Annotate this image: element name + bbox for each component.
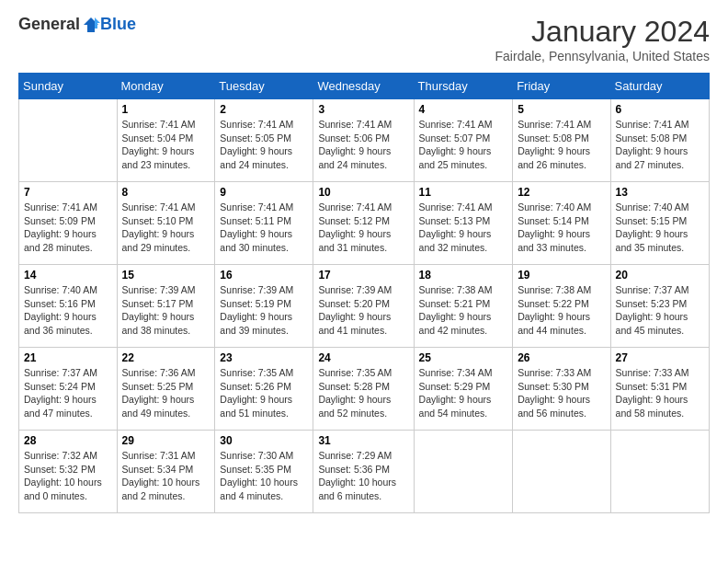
calendar-cell: 16Sunrise: 7:39 AMSunset: 5:19 PMDayligh…	[215, 265, 313, 348]
day-info: Sunrise: 7:40 AMSunset: 5:14 PMDaylight:…	[518, 201, 605, 255]
day-info: Sunrise: 7:33 AMSunset: 5:31 PMDaylight:…	[616, 366, 704, 420]
day-number: 22	[122, 351, 210, 364]
day-number: 5	[518, 103, 605, 116]
day-number: 14	[24, 269, 112, 282]
logo-icon	[82, 16, 100, 34]
day-info: Sunrise: 7:30 AMSunset: 5:35 PMDaylight:…	[220, 449, 308, 503]
calendar-cell	[610, 431, 709, 513]
calendar-cell: 26Sunrise: 7:33 AMSunset: 5:30 PMDayligh…	[513, 348, 610, 431]
week-row-3: 14Sunrise: 7:40 AMSunset: 5:16 PMDayligh…	[19, 265, 710, 348]
calendar-cell: 21Sunrise: 7:37 AMSunset: 5:24 PMDayligh…	[19, 348, 118, 431]
calendar-cell: 24Sunrise: 7:35 AMSunset: 5:28 PMDayligh…	[313, 348, 414, 431]
week-row-5: 28Sunrise: 7:32 AMSunset: 5:32 PMDayligh…	[19, 431, 710, 513]
day-info: Sunrise: 7:41 AMSunset: 5:09 PMDaylight:…	[24, 201, 112, 255]
calendar-cell: 15Sunrise: 7:39 AMSunset: 5:17 PMDayligh…	[117, 265, 215, 348]
location: Fairdale, Pennsylvania, United States	[495, 49, 710, 63]
calendar-cell: 29Sunrise: 7:31 AMSunset: 5:34 PMDayligh…	[117, 431, 215, 513]
day-number: 25	[419, 351, 508, 364]
week-row-4: 21Sunrise: 7:37 AMSunset: 5:24 PMDayligh…	[19, 348, 710, 431]
day-info: Sunrise: 7:35 AMSunset: 5:28 PMDaylight:…	[318, 366, 408, 420]
day-info: Sunrise: 7:39 AMSunset: 5:19 PMDaylight:…	[220, 283, 308, 338]
calendar-cell: 7Sunrise: 7:41 AMSunset: 5:09 PMDaylight…	[19, 182, 118, 265]
calendar-cell	[513, 431, 610, 513]
day-number: 17	[318, 269, 408, 282]
day-number: 19	[518, 269, 605, 282]
calendar-cell: 2Sunrise: 7:41 AMSunset: 5:05 PMDaylight…	[215, 99, 313, 182]
day-info: Sunrise: 7:38 AMSunset: 5:21 PMDaylight:…	[419, 283, 508, 338]
day-info: Sunrise: 7:31 AMSunset: 5:34 PMDaylight:…	[122, 449, 210, 503]
calendar-cell	[19, 99, 118, 182]
day-number: 27	[616, 351, 704, 364]
calendar-cell: 31Sunrise: 7:29 AMSunset: 5:36 PMDayligh…	[313, 431, 414, 513]
day-info: Sunrise: 7:34 AMSunset: 5:29 PMDaylight:…	[419, 366, 508, 420]
day-info: Sunrise: 7:41 AMSunset: 5:08 PMDaylight:…	[518, 118, 605, 172]
day-number: 11	[419, 186, 508, 199]
day-info: Sunrise: 7:41 AMSunset: 5:11 PMDaylight:…	[220, 201, 308, 255]
calendar-header-row: SundayMondayTuesdayWednesdayThursdayFrid…	[19, 74, 710, 99]
calendar-cell: 17Sunrise: 7:39 AMSunset: 5:20 PMDayligh…	[313, 265, 414, 348]
day-info: Sunrise: 7:35 AMSunset: 5:26 PMDaylight:…	[220, 366, 308, 420]
calendar-cell: 19Sunrise: 7:38 AMSunset: 5:22 PMDayligh…	[513, 265, 610, 348]
day-number: 31	[318, 434, 408, 447]
day-number: 8	[122, 186, 210, 199]
day-number: 30	[220, 434, 308, 447]
day-number: 12	[518, 186, 605, 199]
title-block: January 2024 Fairdale, Pennsylvania, Uni…	[495, 15, 710, 63]
calendar-table: SundayMondayTuesdayWednesdayThursdayFrid…	[18, 73, 710, 513]
day-number: 9	[220, 186, 308, 199]
week-row-2: 7Sunrise: 7:41 AMSunset: 5:09 PMDaylight…	[19, 182, 710, 265]
day-info: Sunrise: 7:41 AMSunset: 5:07 PMDaylight:…	[419, 118, 508, 172]
calendar-cell: 27Sunrise: 7:33 AMSunset: 5:31 PMDayligh…	[610, 348, 709, 431]
header-thursday: Thursday	[414, 74, 513, 99]
day-number: 24	[318, 351, 408, 364]
day-info: Sunrise: 7:41 AMSunset: 5:12 PMDaylight:…	[318, 201, 408, 255]
header-monday: Monday	[117, 74, 215, 99]
day-number: 10	[318, 186, 408, 199]
day-number: 6	[616, 103, 704, 116]
day-info: Sunrise: 7:40 AMSunset: 5:16 PMDaylight:…	[24, 283, 112, 338]
day-info: Sunrise: 7:37 AMSunset: 5:24 PMDaylight:…	[24, 366, 112, 420]
day-info: Sunrise: 7:39 AMSunset: 5:17 PMDaylight:…	[122, 283, 210, 338]
day-number: 16	[220, 269, 308, 282]
day-number: 28	[24, 434, 112, 447]
day-info: Sunrise: 7:41 AMSunset: 5:04 PMDaylight:…	[122, 118, 210, 172]
calendar-cell: 5Sunrise: 7:41 AMSunset: 5:08 PMDaylight…	[513, 99, 610, 182]
calendar-cell: 1Sunrise: 7:41 AMSunset: 5:04 PMDaylight…	[117, 99, 215, 182]
day-info: Sunrise: 7:41 AMSunset: 5:13 PMDaylight:…	[419, 201, 508, 255]
calendar-cell: 23Sunrise: 7:35 AMSunset: 5:26 PMDayligh…	[215, 348, 313, 431]
day-info: Sunrise: 7:41 AMSunset: 5:06 PMDaylight:…	[318, 118, 408, 172]
day-number: 2	[220, 103, 308, 116]
calendar-cell: 12Sunrise: 7:40 AMSunset: 5:14 PMDayligh…	[513, 182, 610, 265]
day-info: Sunrise: 7:37 AMSunset: 5:23 PMDaylight:…	[616, 283, 704, 338]
calendar-cell: 8Sunrise: 7:41 AMSunset: 5:10 PMDaylight…	[117, 182, 215, 265]
day-info: Sunrise: 7:39 AMSunset: 5:20 PMDaylight:…	[318, 283, 408, 338]
calendar-cell: 13Sunrise: 7:40 AMSunset: 5:15 PMDayligh…	[610, 182, 709, 265]
day-number: 3	[318, 103, 408, 116]
day-number: 26	[518, 351, 605, 364]
calendar-cell: 6Sunrise: 7:41 AMSunset: 5:08 PMDaylight…	[610, 99, 709, 182]
header-friday: Friday	[513, 74, 610, 99]
day-number: 4	[419, 103, 508, 116]
calendar-cell: 28Sunrise: 7:32 AMSunset: 5:32 PMDayligh…	[19, 431, 118, 513]
logo-general-text: General	[18, 15, 80, 34]
day-info: Sunrise: 7:41 AMSunset: 5:05 PMDaylight:…	[220, 118, 308, 172]
calendar-cell: 4Sunrise: 7:41 AMSunset: 5:07 PMDaylight…	[414, 99, 513, 182]
day-info: Sunrise: 7:33 AMSunset: 5:30 PMDaylight:…	[518, 366, 605, 420]
day-number: 29	[122, 434, 210, 447]
day-info: Sunrise: 7:38 AMSunset: 5:22 PMDaylight:…	[518, 283, 605, 338]
day-info: Sunrise: 7:41 AMSunset: 5:10 PMDaylight:…	[122, 201, 210, 255]
calendar-cell: 22Sunrise: 7:36 AMSunset: 5:25 PMDayligh…	[117, 348, 215, 431]
calendar-cell: 3Sunrise: 7:41 AMSunset: 5:06 PMDaylight…	[313, 99, 414, 182]
calendar-cell: 25Sunrise: 7:34 AMSunset: 5:29 PMDayligh…	[414, 348, 513, 431]
calendar-cell: 20Sunrise: 7:37 AMSunset: 5:23 PMDayligh…	[610, 265, 709, 348]
day-info: Sunrise: 7:41 AMSunset: 5:08 PMDaylight:…	[616, 118, 704, 172]
day-number: 13	[616, 186, 704, 199]
page-header: General Blue January 2024 Fairdale, Penn…	[18, 15, 710, 63]
calendar-cell	[414, 431, 513, 513]
day-number: 21	[24, 351, 112, 364]
logo: General Blue	[18, 15, 136, 34]
day-number: 18	[419, 269, 508, 282]
day-number: 23	[220, 351, 308, 364]
calendar-cell: 11Sunrise: 7:41 AMSunset: 5:13 PMDayligh…	[414, 182, 513, 265]
header-saturday: Saturday	[610, 74, 709, 99]
